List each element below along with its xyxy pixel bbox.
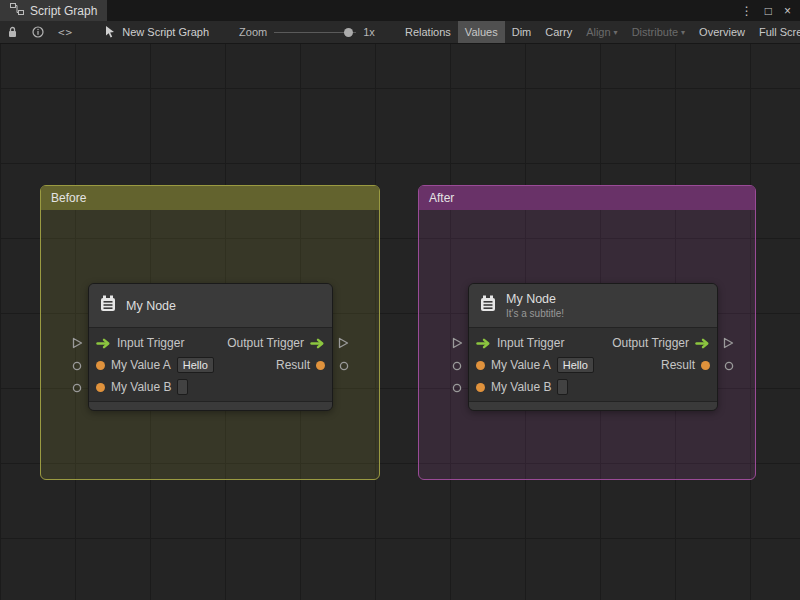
ext-input-trigger-port[interactable] [452, 337, 463, 349]
ext-result-port[interactable] [724, 361, 734, 371]
cursor-icon [104, 25, 116, 40]
toolbar-button-carry[interactable]: Carry [538, 21, 579, 43]
node-title: My Node [506, 292, 564, 306]
group-title: After [429, 191, 454, 205]
zoom-value: 1x [363, 26, 375, 38]
close-icon[interactable]: × [778, 4, 797, 18]
port-row-value-b: My Value B [89, 376, 332, 398]
toolbar-button-values[interactable]: Values [458, 21, 505, 43]
input-trigger-port-icon[interactable] [96, 338, 111, 349]
input-trigger-label: Input Trigger [117, 336, 184, 350]
ext-output-trigger-port[interactable] [723, 337, 734, 349]
value-a-input[interactable]: Hello [177, 357, 214, 373]
value-a-port-icon[interactable] [476, 361, 485, 370]
chevron-down-icon: ▾ [614, 28, 618, 37]
node-footer [469, 401, 717, 410]
value-a-label: My Value A [111, 358, 171, 372]
ext-value-b-port[interactable] [72, 383, 82, 393]
graph-asset-selector[interactable]: New Script Graph [104, 25, 209, 40]
value-a-label: My Value A [491, 358, 551, 372]
port-row-value-a: My Value A Hello Result [469, 354, 717, 376]
code-view-icon[interactable]: <> [51, 21, 80, 43]
graph-canvas[interactable]: Before After My Node [0, 44, 800, 600]
value-b-port-icon[interactable] [476, 383, 485, 392]
ext-result-port[interactable] [339, 361, 349, 371]
value-b-label: My Value B [111, 380, 171, 394]
output-trigger-label: Output Trigger [227, 336, 304, 350]
node-subtitle: It's a subtitle! [506, 308, 564, 319]
toolbar-button-relations[interactable]: Relations [398, 21, 458, 43]
value-b-input[interactable] [557, 379, 568, 395]
value-b-label: My Value B [491, 380, 551, 394]
chevron-down-icon: ▾ [681, 28, 685, 37]
node-body: Input Trigger Output Trigger My Value A … [89, 328, 332, 401]
maximize-icon[interactable]: □ [759, 4, 778, 18]
script-graph-window: Script Graph ⋮ □ × <> New Script Graph Z… [0, 0, 800, 600]
node-header[interactable]: My Node [89, 284, 332, 328]
ext-input-trigger-port[interactable] [72, 337, 83, 349]
group-title: Before [51, 191, 86, 205]
info-icon[interactable] [25, 21, 51, 43]
node-body: Input Trigger Output Trigger My Value A … [469, 328, 717, 401]
tab-title: Script Graph [30, 4, 97, 18]
port-row-value-a: My Value A Hello Result [89, 354, 332, 376]
window-controls: ⋮ □ × [735, 0, 800, 21]
result-label: Result [661, 358, 695, 372]
group-after-header[interactable]: After [419, 186, 755, 210]
node-header[interactable]: My Node It's a subtitle! [469, 284, 717, 328]
zoom-slider-knob[interactable] [344, 28, 353, 37]
menu-icon[interactable]: ⋮ [735, 4, 759, 18]
zoom-label: Zoom [239, 26, 267, 38]
unit-icon [478, 294, 498, 318]
port-row-value-b: My Value B [469, 376, 717, 398]
port-row-triggers: Input Trigger Output Trigger [89, 332, 332, 354]
tab-script-graph[interactable]: Script Graph [0, 0, 107, 21]
unit-icon [98, 294, 118, 318]
group-before-header[interactable]: Before [41, 186, 379, 210]
ext-value-a-port[interactable] [72, 361, 82, 371]
node-title: My Node [126, 299, 176, 313]
output-trigger-label: Output Trigger [612, 336, 689, 350]
node-footer [89, 401, 332, 410]
toolbar-button-distribute: Distribute ▾ [625, 21, 692, 43]
node-after[interactable]: My Node It's a subtitle! Input Trigger O… [468, 283, 718, 411]
value-a-port-icon[interactable] [96, 361, 105, 370]
value-a-input[interactable]: Hello [557, 357, 594, 373]
node-before[interactable]: My Node Input Trigger Output Trigger [88, 283, 333, 411]
align-label: Align [586, 26, 610, 38]
value-b-port-icon[interactable] [96, 383, 105, 392]
lock-icon[interactable] [0, 21, 25, 43]
toolbar-buttons: Relations Values Dim Carry Align ▾ Distr… [398, 21, 800, 43]
ext-value-a-port[interactable] [452, 361, 462, 371]
input-trigger-port-icon[interactable] [476, 338, 491, 349]
toolbar-button-dim[interactable]: Dim [505, 21, 539, 43]
toolbar-button-overview[interactable]: Overview [692, 21, 752, 43]
output-trigger-port-icon[interactable] [310, 338, 325, 349]
graph-asset-name: New Script Graph [122, 26, 209, 38]
graph-toolbar: <> New Script Graph Zoom 1x Relations Va… [0, 21, 800, 44]
distribute-label: Distribute [632, 26, 678, 38]
value-b-input[interactable] [177, 379, 188, 395]
output-trigger-port-icon[interactable] [695, 338, 710, 349]
ext-output-trigger-port[interactable] [338, 337, 349, 349]
result-label: Result [276, 358, 310, 372]
toolbar-button-align: Align ▾ [579, 21, 624, 43]
port-row-triggers: Input Trigger Output Trigger [469, 332, 717, 354]
tab-bar: Script Graph ⋮ □ × [0, 0, 800, 21]
input-trigger-label: Input Trigger [497, 336, 564, 350]
script-graph-icon [10, 3, 24, 18]
result-port-icon[interactable] [316, 361, 325, 370]
toolbar-button-fullscreen[interactable]: Full Screen [752, 21, 800, 43]
ext-value-b-port[interactable] [452, 383, 462, 393]
result-port-icon[interactable] [701, 361, 710, 370]
zoom-slider[interactable] [274, 27, 356, 38]
